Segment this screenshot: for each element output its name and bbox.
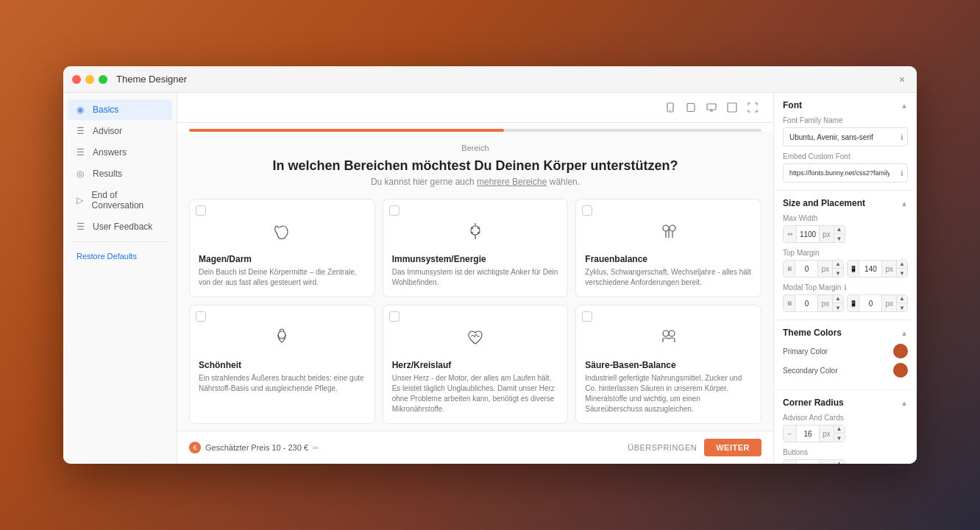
corner-section-title: Corner Radius [783, 398, 844, 408]
advisor-radius-input[interactable] [797, 425, 819, 442]
card-herz-kreislauf[interactable]: Herz/Kreislauf Unser Herz - der Motor, d… [383, 305, 569, 424]
buttons-radius-input[interactable] [797, 459, 819, 464]
max-width-group: ⇔ px ▲ ▼ [783, 225, 908, 243]
main-content: ◉ Basics ☰ Advisor ☰ Answers ◎ Results ▷… [63, 93, 917, 464]
top-margin-desktop-box: 🖥 px ▲ ▼ [783, 260, 844, 278]
card-icon-heart [392, 326, 559, 354]
modal-info-icon[interactable]: ℹ [844, 283, 847, 292]
top-margin-mobile-stepper: ▲ ▼ [896, 260, 907, 278]
colors-section-header[interactable]: Theme Colors ▲ [783, 328, 908, 338]
font-family-input[interactable] [783, 127, 908, 146]
modal-m-down[interactable]: ▼ [897, 303, 907, 312]
sidebar-item-results[interactable]: ◎ Results [68, 163, 172, 184]
card-checkbox-2[interactable] [389, 205, 400, 216]
card-frauenbalance[interactable]: Frauenbalance Zyklus, Schwangerschaft, W… [575, 199, 761, 297]
skip-button[interactable]: ÜBERSPRINGEN [628, 443, 697, 452]
multiple-link[interactable]: mehrere Bereiche [477, 177, 547, 187]
mobile-icon[interactable] [661, 99, 679, 116]
sidebar-label-end: End of Conversation [92, 190, 163, 211]
sidebar-item-end-of-conversation[interactable]: ▷ End of Conversation [68, 185, 172, 216]
colors-section-title: Theme Colors [783, 328, 842, 338]
modal-mobile-input[interactable] [859, 294, 881, 312]
window-icon[interactable] [723, 99, 741, 116]
card-checkbox-3[interactable] [582, 205, 592, 216]
desktop-icon[interactable] [703, 99, 720, 116]
question-subtitle: Du kannst hier gerne auch mehrere Bereic… [189, 177, 761, 187]
buttons-radius-label: Buttons [783, 448, 908, 456]
window-close-button[interactable]: × [896, 74, 908, 85]
size-section-header[interactable]: Size and Placement ▲ [783, 198, 908, 208]
next-button[interactable]: WEITER [704, 439, 761, 456]
modal-m-stepper: ▲ ▼ [896, 294, 907, 312]
modal-d-up[interactable]: ▲ [833, 294, 843, 303]
font-collapse-icon: ▲ [901, 102, 908, 110]
sidebar-item-user-feedback[interactable]: ☰ User Feedback [68, 216, 172, 237]
card-checkbox-6[interactable] [582, 311, 592, 322]
advisor-up[interactable]: ▲ [834, 425, 845, 434]
modal-m-up[interactable]: ▲ [897, 294, 907, 303]
card-checkbox-5[interactable] [389, 311, 400, 322]
card-immunsystem[interactable]: Immunsystem/Energie Das Immunsystem ist … [383, 199, 569, 297]
buttons-up[interactable]: ▲ [834, 459, 845, 464]
svg-point-17 [670, 225, 675, 231]
svg-point-9 [471, 226, 480, 235]
modal-margin-label: Modal Top Margin ℹ [783, 283, 908, 292]
top-margin-m-down[interactable]: ▼ [897, 269, 907, 278]
modal-d-down[interactable]: ▼ [833, 303, 843, 312]
footer-bar: € Geschätzter Preis 10 - 230 € ✏ ÜBERSPR… [177, 431, 773, 464]
edit-price-icon[interactable]: ✏ [313, 444, 319, 452]
card-checkbox-1[interactable] [196, 205, 206, 216]
max-width-up[interactable]: ▲ [834, 225, 845, 234]
modal-desktop-input[interactable] [795, 294, 817, 312]
max-width-icon: ⇔ [784, 225, 797, 243]
close-control[interactable] [72, 75, 81, 84]
card-magen-darm[interactable]: Magen/Darm Dein Bauch ist Deine Körpermi… [189, 199, 375, 297]
corner-section-header[interactable]: Corner Radius ▲ [783, 398, 908, 408]
sidebar-label-results: Results [93, 169, 122, 179]
max-width-stepper: ▲ ▼ [834, 225, 845, 243]
top-margin-mobile-input[interactable] [859, 260, 881, 278]
size-placement-section: Size and Placement ▲ Max Width ⇔ px ▲ ▼ [774, 191, 917, 320]
font-section-header[interactable]: Font ▲ [783, 100, 908, 110]
desktop-margin-icon: 🖥 [784, 260, 795, 278]
font-family-info-icon[interactable]: ℹ [901, 133, 903, 141]
maximize-control[interactable] [99, 75, 107, 84]
top-margin-d-down[interactable]: ▼ [833, 269, 843, 278]
advisor-down[interactable]: ▼ [834, 434, 845, 442]
buttons-stepper: ▲ ▼ [834, 459, 845, 464]
secondary-color-label: Secondary Color [783, 367, 837, 375]
top-margin-desktop-input[interactable] [795, 260, 817, 278]
price-label: € Geschätzter Preis 10 - 230 € ✏ [189, 442, 319, 453]
max-width-input[interactable] [797, 225, 819, 243]
card-checkbox-4[interactable] [196, 311, 206, 322]
sidebar-item-answers[interactable]: ☰ Answers [68, 142, 172, 163]
sidebar-item-advisor[interactable]: ☰ Advisor [68, 121, 172, 141]
svg-rect-4 [707, 104, 716, 110]
max-width-input-box: ⇔ px ▲ ▼ [783, 225, 845, 243]
card-title-4: Schönheit [199, 360, 366, 370]
card-title-3: Frauenbalance [585, 254, 752, 264]
sidebar-item-basics[interactable]: ◉ Basics [68, 99, 172, 120]
max-width-down[interactable]: ▼ [834, 234, 845, 243]
svg-point-16 [663, 225, 669, 231]
card-saure-basen[interactable]: Säure-Basen-Balance Industriell gefertig… [575, 305, 761, 424]
tablet-icon[interactable] [682, 99, 700, 116]
restore-defaults-button[interactable]: Restore Defaults [68, 247, 172, 266]
embed-font-input[interactable] [783, 163, 908, 183]
embed-font-label: Embed Custom Font [783, 152, 908, 160]
card-icon-stomach [199, 220, 366, 248]
minimize-control[interactable] [85, 75, 94, 84]
top-margin-m-up[interactable]: ▲ [897, 260, 907, 269]
font-family-input-wrapper: ℹ [783, 127, 908, 146]
cards-grid: Magen/Darm Dein Bauch ist Deine Körpermi… [189, 199, 761, 424]
embed-font-info-icon[interactable]: ℹ [901, 169, 903, 177]
price-dot-icon: € [189, 442, 201, 453]
top-margin-d-up[interactable]: ▲ [833, 260, 843, 269]
card-desc-6: Industriell gefertigte Nahrungsmittel, Z… [585, 373, 752, 414]
primary-color-swatch[interactable] [893, 344, 908, 358]
modal-desktop-icon: 🖥 [784, 294, 795, 312]
secondary-color-swatch[interactable] [893, 363, 908, 378]
card-schonheit[interactable]: Schönheit Ein strahlendes Äußeres brauch… [189, 305, 375, 424]
fullscreen-icon[interactable] [744, 99, 761, 116]
top-margin-mobile-unit: px [881, 260, 896, 278]
